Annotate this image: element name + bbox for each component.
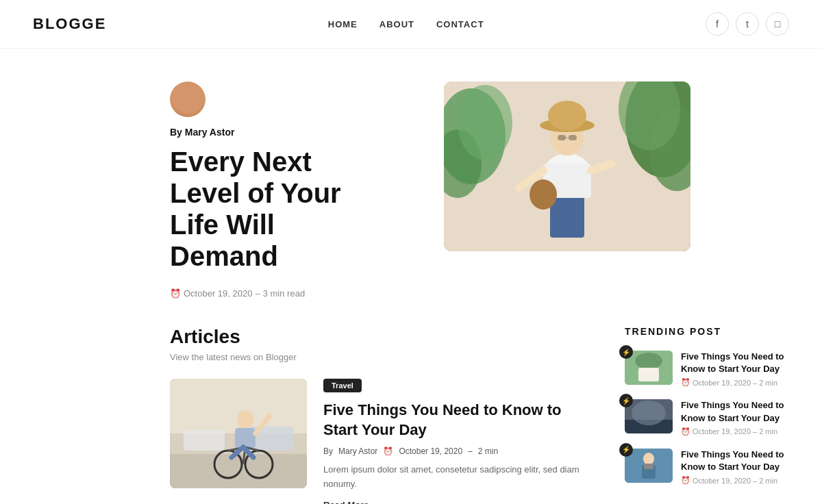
article-author: Mary Astor <box>338 446 377 456</box>
svg-point-26 <box>237 410 253 429</box>
clock-icon-small: ⏰ <box>383 446 393 456</box>
trending-date-3: October 19, 2020 <box>693 477 751 485</box>
trending-meta-2: ⏰ October 19, 2020 – 2 min <box>681 427 789 436</box>
nav-contact[interactable]: CONTACT <box>436 19 484 29</box>
nav-home[interactable]: HOME <box>328 19 358 29</box>
hero-separator: – <box>255 288 260 299</box>
lightning-badge: ⚡ <box>619 345 633 359</box>
trending-info-2: Five Things You Need to Know to Start Yo… <box>681 399 789 436</box>
trending-time-2: 2 min <box>759 427 777 436</box>
nav-about[interactable]: ABOUT <box>379 19 414 29</box>
hero-read-time: 3 min read <box>263 288 305 299</box>
trending-item-title-2: Five Things You Need to Know to Start Yo… <box>681 399 789 424</box>
svg-point-16 <box>548 101 586 131</box>
article-sep: – <box>468 446 473 456</box>
svg-rect-24 <box>184 430 225 451</box>
instagram-button[interactable]: □ <box>766 12 789 36</box>
instagram-icon: □ <box>775 18 780 29</box>
main-nav: HOME ABOUT CONTACT <box>328 19 484 29</box>
svg-rect-18 <box>558 135 566 140</box>
hero-section: By Mary Astor Every Next Level of Your L… <box>0 49 822 326</box>
article-tag: Travel <box>323 379 362 392</box>
article-read-time: 2 min <box>478 446 498 456</box>
hero-title: Every Next Level of Your Life Will Deman… <box>170 146 389 272</box>
clock-icon-t1: ⏰ <box>681 378 690 387</box>
trending-info-3: Five Things You Need to Know to Start Yo… <box>681 449 789 485</box>
svg-rect-45 <box>644 464 653 469</box>
svg-point-17 <box>530 179 557 210</box>
svg-rect-38 <box>638 368 659 381</box>
read-more-link[interactable]: Read More › <box>323 500 597 504</box>
main-content: Articles View the latest news on Blogger <box>0 326 822 504</box>
articles-section: Articles View the latest news on Blogger <box>170 326 597 504</box>
trending-item-title-1: Five Things You Need to Know to Start Yo… <box>681 351 789 375</box>
facebook-button[interactable]: f <box>706 12 729 36</box>
svg-point-43 <box>643 453 654 465</box>
svg-point-37 <box>635 353 662 369</box>
social-icons: f t □ <box>706 12 789 36</box>
hero-image-inner <box>444 81 690 251</box>
svg-point-41 <box>632 401 666 425</box>
arrow-icon: › <box>371 500 374 504</box>
trending-thumbnail-1 <box>625 351 673 385</box>
svg-rect-22 <box>170 379 307 433</box>
article-by-label: By <box>323 446 333 456</box>
hero-date: October 19, 2020 <box>184 288 252 299</box>
article-thumbnail <box>170 379 307 488</box>
facebook-icon: f <box>716 18 719 29</box>
svg-rect-19 <box>569 135 577 140</box>
twitter-icon: t <box>746 18 749 29</box>
trending-item-2: ⚡ Five Things You Need to Know to Start … <box>625 399 789 436</box>
articles-subtitle: View the latest news on Blogger <box>170 352 597 362</box>
by-label: By <box>170 127 182 138</box>
header: BLOGGE HOME ABOUT CONTACT f t □ <box>0 0 822 49</box>
clock-icon-t3: ⏰ <box>681 476 690 485</box>
trending-thumbnail-2 <box>625 399 673 433</box>
articles-title: Articles <box>170 326 597 348</box>
by-author: By Mary Astor <box>170 127 389 138</box>
trending-sidebar: TRENDING POST ⚡ Five Things You Need to … <box>625 326 789 504</box>
article-content: Travel Five Things You Need to Know to S… <box>323 379 597 504</box>
clock-icon-t2: ⏰ <box>681 427 690 436</box>
trending-meta-1: ⏰ October 19, 2020 – 2 min <box>681 378 789 387</box>
clock-icon: ⏰ <box>170 288 181 299</box>
twitter-button[interactable]: t <box>736 12 759 36</box>
trending-item: ⚡ Five Things You Need to Know to Start … <box>625 351 789 387</box>
svg-rect-23 <box>170 454 307 488</box>
trending-item-3: ⚡ Five Things You Need to Know to Start … <box>625 449 789 485</box>
author-name: Mary Astor <box>185 127 235 138</box>
article-excerpt: Lorem ipsum dolor sit amet, consetetur s… <box>323 463 597 492</box>
avatar <box>170 81 206 117</box>
trending-date-1: October 19, 2020 <box>693 379 751 387</box>
svg-rect-27 <box>235 428 256 449</box>
trending-date-2: October 19, 2020 <box>693 427 751 436</box>
hero-left: By Mary Astor Every Next Level of Your L… <box>170 81 389 299</box>
logo[interactable]: BLOGGE <box>33 15 106 33</box>
trending-title: TRENDING POST <box>625 326 789 337</box>
trending-meta-3: ⏰ October 19, 2020 – 2 min <box>681 476 789 485</box>
article-date: October 19, 2020 <box>399 446 462 456</box>
hero-meta: ⏰ October 19, 2020 – 3 min read <box>170 288 389 299</box>
lightning-badge-3: ⚡ <box>619 443 633 457</box>
articles-header: Articles View the latest news on Blogger <box>170 326 597 362</box>
svg-point-4 <box>458 85 512 160</box>
trending-item-title-3: Five Things You Need to Know to Start Yo… <box>681 449 789 473</box>
trending-time-3: 2 min <box>759 477 777 485</box>
trending-time-1: 2 min <box>759 379 777 387</box>
article-title: Five Things You Need to Know to Start Yo… <box>323 401 597 440</box>
article-byline: By Mary Astor ⏰ October 19, 2020 – 2 min <box>323 446 597 456</box>
trending-info-1: Five Things You Need to Know to Start Yo… <box>681 351 789 387</box>
article-card: Travel Five Things You Need to Know to S… <box>170 379 597 504</box>
hero-image <box>444 81 690 251</box>
